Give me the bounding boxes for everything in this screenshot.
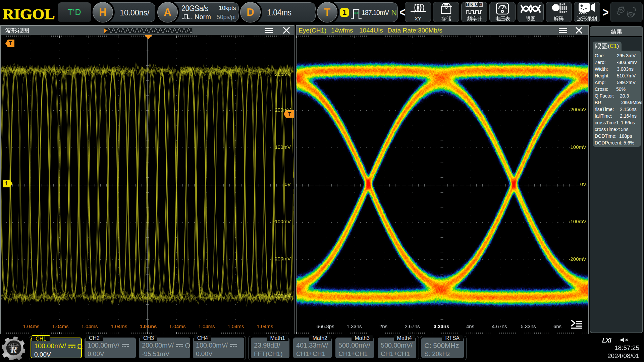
svg-text:1: 1 bbox=[467, 3, 469, 7]
svg-text:4: 4 bbox=[480, 3, 482, 7]
svg-text:2: 2 bbox=[471, 3, 473, 7]
svg-text:R: R bbox=[10, 344, 17, 355]
svg-text:3: 3 bbox=[475, 3, 477, 7]
